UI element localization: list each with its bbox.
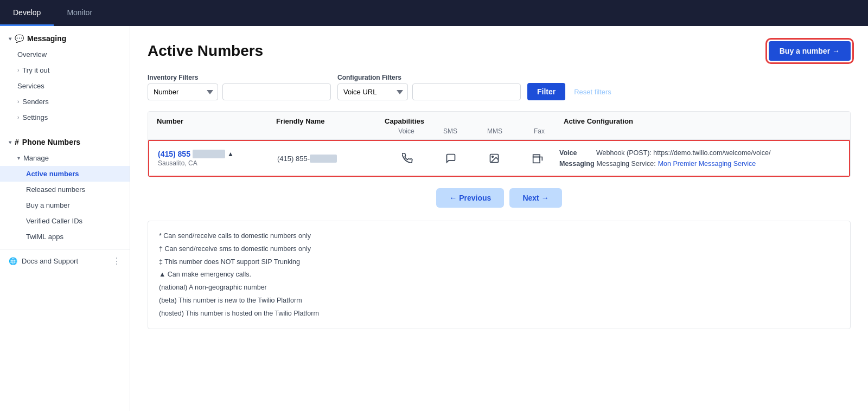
sidebar: ▾ 💬 Messaging Overview › Try it out Serv… [0, 26, 130, 411]
inventory-filter-input[interactable] [222, 84, 331, 100]
globe-icon: 🌐 [9, 257, 17, 265]
config-voice-value: Webhook (POST): https://demo.twilio.com/… [596, 147, 770, 158]
sidebar-item-services[interactable]: Services [0, 78, 130, 94]
svg-point-1 [492, 156, 494, 158]
legend-line-1: * Can send/receive calls to domestic num… [159, 230, 839, 243]
table-header: Number Friendly Name Capabilities Active… [148, 112, 850, 140]
sidebar-item-overview[interactable]: Overview [0, 47, 130, 62]
legend-line-5: (national) A non-geographic number [159, 281, 839, 294]
config-messaging-row: Messaging Messaging Service: Mon Premier… [559, 158, 840, 169]
sidebar-item-released-numbers[interactable]: Released numbers [0, 182, 130, 197]
sidebar-item-verified-caller-ids[interactable]: Verified Caller IDs [0, 213, 130, 229]
layout: ▾ 💬 Messaging Overview › Try it out Serv… [0, 26, 868, 411]
top-nav-tabs: Develop Monitor [0, 0, 105, 26]
previous-button[interactable]: ← Previous [436, 188, 504, 208]
table-row: (415) 855 ▲ Sausalito, CA (415) 855- [148, 140, 850, 177]
cap-voice-cell [386, 153, 429, 164]
chevron-down-icon-3: ▾ [17, 155, 20, 161]
inventory-filter-label: Inventory Filters [148, 74, 331, 81]
buy-number-button[interactable]: Buy a number → [769, 41, 851, 61]
chevron-right-icon-2: › [17, 99, 19, 105]
config-voice-label: Voice [559, 147, 594, 158]
col-active-config: Active Configuration [564, 117, 841, 125]
sub-header-sms: SMS [428, 127, 473, 135]
col-friendly-name: Friendly Name [276, 117, 385, 125]
top-nav: Develop Monitor [0, 0, 868, 26]
tab-monitor[interactable]: Monitor [54, 0, 105, 26]
legend-line-3: ‡ This number does NOT support SIP Trunk… [159, 256, 839, 269]
messaging-icon: 💬 [15, 34, 24, 43]
config-voice-row: Voice Webhook (POST): https://demo.twili… [559, 147, 840, 158]
chevron-right-icon-3: › [17, 114, 19, 120]
sidebar-item-senders[interactable]: › Senders [0, 94, 130, 110]
number-cell: (415) 855 ▲ Sausalito, CA [158, 150, 277, 167]
config-messaging-value: Messaging Service: [597, 158, 656, 169]
page-header: Active Numbers Buy a number → [148, 41, 851, 61]
sms-icon [445, 153, 456, 164]
sidebar-item-phone-numbers[interactable]: ▾ # Phone Numbers [0, 134, 130, 150]
cap-mms-cell [473, 153, 516, 164]
ellipsis-icon: ⋮ [112, 256, 121, 266]
friendly-name-blurred [310, 155, 337, 163]
sub-header-mms: MMS [473, 127, 517, 135]
hash-icon: # [15, 138, 19, 146]
next-button[interactable]: Next → [509, 188, 561, 208]
configuration-filter-input[interactable] [412, 84, 521, 100]
sidebar-section-messaging: ▾ 💬 Messaging Overview › Try it out Serv… [0, 26, 130, 130]
inventory-filter-select[interactable]: Number Friendly Name Capabilities [148, 84, 218, 100]
legend-line-2: † Can send/receive sms to domestic numbe… [159, 243, 839, 256]
sidebar-item-settings[interactable]: › Settings [0, 110, 130, 125]
legend-line-7: (hosted) This number is hosted on the Tw… [159, 307, 839, 320]
sub-header-voice: Voice [385, 127, 428, 135]
filters-row: Inventory Filters Number Friendly Name C… [148, 74, 851, 100]
legend-line-4: ▲ Can make emergency calls. [159, 268, 839, 281]
phone-number-blurred [193, 150, 225, 158]
filter-button[interactable]: Filter [527, 83, 565, 100]
sidebar-item-try-it-out[interactable]: › Try it out [0, 62, 130, 78]
sidebar-item-manage[interactable]: ▾ Manage [0, 150, 130, 166]
configuration-filter-group: Configuration Filters Voice URL SMS URL … [337, 74, 521, 100]
fax-icon [532, 153, 543, 164]
cap-sms-cell [429, 153, 473, 164]
chevron-right-icon: › [17, 67, 19, 73]
sidebar-item-twiml-apps[interactable]: TwiML apps [0, 229, 130, 245]
sidebar-item-active-numbers[interactable]: Active numbers [0, 166, 130, 182]
main-content: Active Numbers Buy a number → Inventory … [130, 26, 868, 411]
friendly-name-cell: (415) 855- [277, 155, 386, 163]
config-messaging-label: Messaging [559, 158, 595, 169]
configuration-filter-select[interactable]: Voice URL SMS URL Fax URL [337, 84, 408, 100]
chevron-down-icon-2: ▾ [9, 139, 11, 145]
voice-icon [402, 153, 413, 164]
messaging-service-link[interactable]: Mon Premier Messaging Service [658, 158, 756, 169]
active-config-cell: Voice Webhook (POST): https://demo.twili… [559, 147, 840, 169]
reset-filters-button[interactable]: Reset filters [572, 84, 614, 100]
phone-location: Sausalito, CA [158, 159, 277, 167]
sidebar-item-buy-a-number[interactable]: Buy a number [0, 197, 130, 213]
inventory-filter-group: Inventory Filters Number Friendly Name C… [148, 74, 331, 100]
pagination: ← Previous Next → [148, 188, 851, 208]
page-title: Active Numbers [148, 42, 263, 60]
sidebar-section-phone-numbers: ▾ # Phone Numbers ▾ Manage Active number… [0, 130, 130, 249]
mms-icon [489, 153, 500, 164]
emergency-icon: ▲ [227, 150, 234, 158]
chevron-down-icon: ▾ [9, 36, 11, 42]
numbers-table: Number Friendly Name Capabilities Active… [148, 111, 851, 177]
phone-number: (415) 855 ▲ [158, 150, 277, 158]
sidebar-item-messaging[interactable]: ▾ 💬 Messaging [0, 30, 130, 47]
sub-header-fax: Fax [517, 127, 561, 135]
tab-develop[interactable]: Develop [0, 0, 54, 26]
legend-line-6: (beta) This number is new to the Twilio … [159, 294, 839, 307]
col-number: Number [157, 117, 276, 125]
configuration-filter-label: Configuration Filters [337, 74, 521, 81]
col-capabilities: Capabilities [385, 117, 564, 125]
cap-fax-cell [516, 153, 559, 164]
legend-box: * Can send/receive calls to domestic num… [148, 221, 851, 329]
svg-rect-2 [533, 157, 540, 163]
docs-support-item[interactable]: 🌐 Docs and Support ⋮ [0, 249, 130, 273]
